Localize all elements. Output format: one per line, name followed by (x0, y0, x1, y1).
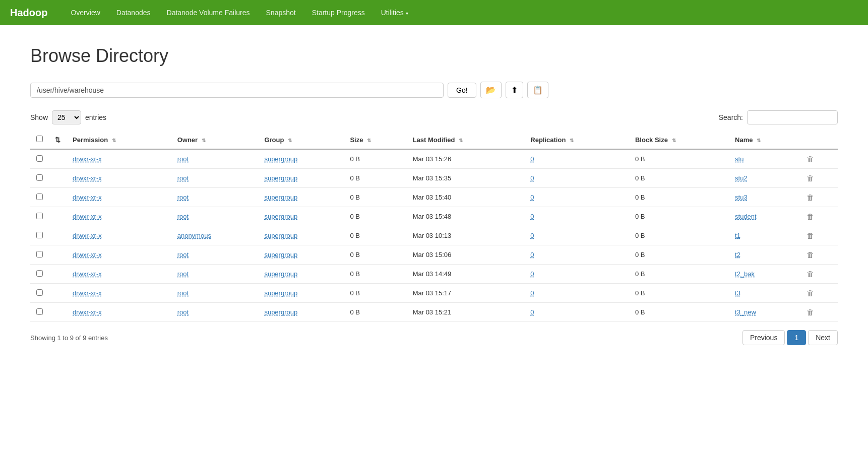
replication-link[interactable]: 0 (530, 232, 534, 239)
name-link[interactable]: t3_new (735, 308, 756, 316)
block-size-header[interactable]: Block Size ⇅ (629, 131, 729, 149)
replication-link[interactable]: 0 (530, 289, 534, 297)
replication-link[interactable]: 0 (530, 213, 534, 220)
row-size: 0 B (344, 265, 406, 284)
owner-header[interactable]: Owner ⇅ (171, 131, 259, 149)
nav-item-startup-progress[interactable]: Startup Progress (304, 2, 373, 24)
replication-link[interactable]: 0 (530, 155, 534, 163)
group-link[interactable]: supergroup (264, 213, 297, 220)
group-link[interactable]: supergroup (264, 194, 297, 201)
go-button[interactable]: Go! (448, 83, 476, 98)
group-link[interactable]: supergroup (264, 155, 297, 163)
permission-link[interactable]: drwxr-xr-x (73, 232, 102, 239)
row-permission: drwxr-xr-x (67, 226, 171, 245)
delete-icon[interactable]: 🗑 (807, 289, 814, 297)
name-link[interactable]: t3 (735, 289, 740, 297)
nav-item-datanode-volume-failures[interactable]: Datanode Volume Failures (159, 2, 258, 24)
permission-link[interactable]: drwxr-xr-x (73, 251, 102, 259)
delete-icon[interactable]: 🗑 (807, 212, 814, 221)
nav-item-datanodes[interactable]: Datanodes (108, 2, 159, 24)
owner-link[interactable]: root (177, 213, 189, 220)
next-button[interactable]: Next (808, 330, 838, 345)
row-permission: drwxr-xr-x (67, 149, 171, 169)
permission-link[interactable]: drwxr-xr-x (73, 270, 102, 278)
list-icon-button[interactable]: 📋 (527, 82, 548, 98)
delete-icon[interactable]: 🗑 (807, 155, 814, 163)
name-link[interactable]: t1 (735, 232, 740, 239)
row-checkbox[interactable] (36, 155, 43, 162)
owner-link[interactable]: root (177, 194, 189, 201)
navbar-brand[interactable]: Hadoop (10, 7, 47, 19)
delete-icon[interactable]: 🗑 (807, 270, 814, 278)
page-1-button[interactable]: 1 (787, 330, 806, 345)
name-link[interactable]: t2 (735, 251, 740, 259)
group-link[interactable]: supergroup (264, 270, 297, 278)
replication-link[interactable]: 0 (530, 308, 534, 316)
group-link[interactable]: supergroup (264, 232, 297, 239)
owner-link[interactable]: anonymous (177, 232, 211, 239)
owner-link[interactable]: root (177, 289, 189, 297)
previous-button[interactable]: Previous (742, 330, 785, 345)
permission-header[interactable]: Permission ⇅ (67, 131, 171, 149)
owner-link[interactable]: root (177, 174, 189, 182)
name-link[interactable]: stu2 (735, 174, 748, 182)
replication-link[interactable]: 0 (530, 270, 534, 278)
owner-link[interactable]: root (177, 155, 189, 163)
row-checkbox[interactable] (36, 213, 43, 219)
search-label: Search: (719, 113, 743, 121)
name-link[interactable]: stu3 (735, 194, 748, 201)
name-header[interactable]: Name ⇅ (729, 131, 800, 149)
row-size: 0 B (344, 169, 406, 188)
select-all-checkbox[interactable] (36, 136, 43, 142)
nav-item-utilities[interactable]: Utilities▾ (373, 2, 416, 24)
permission-link[interactable]: drwxr-xr-x (73, 289, 102, 297)
row-checkbox[interactable] (36, 289, 43, 296)
group-link[interactable]: supergroup (264, 289, 297, 297)
size-header[interactable]: Size ⇅ (344, 131, 406, 149)
row-checkbox[interactable] (36, 251, 43, 257)
permission-link[interactable]: drwxr-xr-x (73, 308, 102, 316)
replication-link[interactable]: 0 (530, 174, 534, 182)
entries-select[interactable]: 102550100 (52, 110, 81, 124)
path-input[interactable] (30, 83, 444, 98)
permission-link[interactable]: drwxr-xr-x (73, 194, 102, 201)
sort-icon: ⇅ (55, 136, 60, 144)
row-checkbox[interactable] (36, 232, 43, 238)
sort-col-header[interactable]: ⇅ (49, 131, 67, 149)
group-link[interactable]: supergroup (264, 174, 297, 182)
permission-link[interactable]: drwxr-xr-x (73, 213, 102, 220)
row-replication: 0 (524, 207, 629, 226)
search-input[interactable] (747, 110, 838, 124)
name-link[interactable]: t2_bak (735, 270, 755, 278)
permission-link[interactable]: drwxr-xr-x (73, 174, 102, 182)
name-link[interactable]: stu (735, 155, 743, 163)
delete-icon[interactable]: 🗑 (807, 250, 814, 259)
last-modified-header[interactable]: Last Modified ⇅ (407, 131, 525, 149)
show-entries: Show 102550100 entries (30, 110, 106, 124)
replication-link[interactable]: 0 (530, 194, 534, 201)
row-checkbox[interactable] (36, 270, 43, 277)
nav-item-overview[interactable]: Overview (63, 2, 108, 24)
row-checkbox[interactable] (36, 174, 43, 181)
owner-link[interactable]: root (177, 308, 189, 316)
group-link[interactable]: supergroup (264, 308, 297, 316)
delete-icon[interactable]: 🗑 (807, 231, 814, 240)
row-block-size: 0 B (629, 207, 729, 226)
group-link[interactable]: supergroup (264, 251, 297, 259)
owner-link[interactable]: root (177, 270, 189, 278)
replication-link[interactable]: 0 (530, 251, 534, 259)
delete-icon[interactable]: 🗑 (807, 308, 814, 316)
owner-link[interactable]: root (177, 251, 189, 259)
delete-icon[interactable]: 🗑 (807, 174, 814, 182)
block-size-sort-icon: ⇅ (672, 138, 676, 143)
upload-icon-button[interactable]: ⬆ (506, 82, 523, 98)
group-header[interactable]: Group ⇅ (258, 131, 344, 149)
row-checkbox[interactable] (36, 308, 43, 315)
row-checkbox[interactable] (36, 194, 43, 200)
name-link[interactable]: student (735, 213, 757, 220)
delete-icon[interactable]: 🗑 (807, 193, 814, 202)
permission-link[interactable]: drwxr-xr-x (73, 155, 102, 163)
folder-icon-button[interactable]: 📂 (480, 82, 502, 98)
nav-item-snapshot[interactable]: Snapshot (258, 2, 304, 24)
replication-header[interactable]: Replication ⇅ (524, 131, 629, 149)
